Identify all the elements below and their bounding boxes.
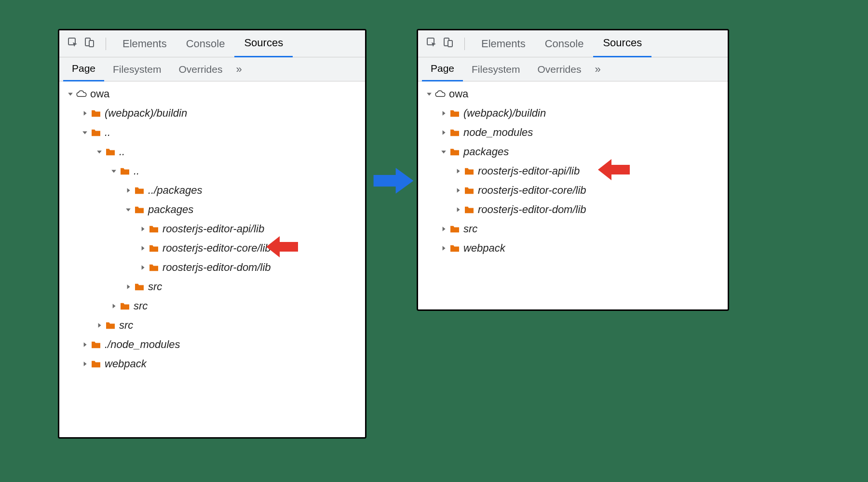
tab-elements[interactable]: Elements [472,30,535,57]
toggle-device-toolbar-icon[interactable] [442,37,454,51]
subtab-overrides[interactable]: Overrides [529,57,590,81]
tree-label: roosterjs-editor-dom/lib [163,262,271,273]
tab-console[interactable]: Console [176,30,235,57]
tree-item-webpack[interactable]: webpack [61,354,365,374]
tab-sources[interactable]: Sources [234,30,293,57]
disclosure-right-icon[interactable] [125,283,132,290]
tree-item-webpack[interactable]: webpack [420,239,728,258]
tree-item-src-l3[interactable]: src [61,296,365,316]
folder-icon [449,146,461,158]
tree-label: roosterjs-editor-dom/lib [478,204,586,215]
disclosure-right-icon[interactable] [440,129,447,136]
disclosure-down-icon[interactable] [96,148,103,155]
subtab-filesystem[interactable]: Filesystem [104,57,170,81]
tree-item-packages[interactable]: packages [61,200,365,219]
tree-label: roosterjs-editor-core/lib [163,243,271,254]
tree-item-rooster-dom[interactable]: roosterjs-editor-dom/lib [61,258,365,277]
tree-item-node-modules[interactable]: node_modules [420,123,728,142]
tab-console[interactable]: Console [535,30,594,57]
disclosure-right-icon[interactable] [81,361,88,367]
subtab-more[interactable]: » [590,63,605,76]
tree-item-webpack-buildin[interactable]: (webpack)/buildin [61,104,365,123]
tree-label: ./node_modules [105,339,180,350]
subtab-label: Page [431,63,454,74]
folder-icon [90,127,102,138]
tab-sources[interactable]: Sources [593,30,651,57]
tree-item-src-l4[interactable]: src [61,277,365,296]
toggle-device-toolbar-icon[interactable] [83,37,95,51]
disclosure-right-icon[interactable] [440,226,447,232]
disclosure-down-icon[interactable] [125,206,132,213]
subtab-page[interactable]: Page [63,57,104,81]
disclosure-right-icon[interactable] [455,206,461,213]
tree-item-src[interactable]: src [420,219,728,239]
tree-item-dotdot-packages[interactable]: ../packages [61,181,365,200]
subtab-filesystem[interactable]: Filesystem [463,57,529,81]
folder-icon [119,165,131,177]
tree-item-dotdot-3[interactable]: .. [61,161,365,181]
disclosure-right-icon[interactable] [455,168,461,174]
disclosure-right-icon[interactable] [96,322,103,329]
tree-item-rooster-dom[interactable]: roosterjs-editor-dom/lib [420,200,728,219]
subtab-label: Filesystem [472,64,520,75]
tree-item-rooster-api[interactable]: roosterjs-editor-api/lib [420,161,728,181]
disclosure-right-icon[interactable] [139,226,146,232]
folder-icon [449,223,461,235]
inspect-element-icon[interactable] [426,37,437,51]
folder-icon [148,223,160,235]
folder-icon [148,242,160,254]
disclosure-right-icon[interactable] [81,110,88,117]
disclosure-down-icon[interactable] [81,129,88,136]
disclosure-right-icon[interactable] [139,264,146,271]
tree-label: node_modules [463,127,533,138]
tree-item-webpack-buildin[interactable]: (webpack)/buildin [420,104,728,123]
folder-icon [148,262,160,273]
disclosure-right-icon[interactable] [440,245,447,252]
toolbar-separator [106,38,106,50]
tree-label: webpack [463,243,505,254]
tree-root[interactable]: owa [420,84,728,104]
disclosure-right-icon[interactable] [139,245,146,252]
tab-label: Elements [122,38,167,50]
tree-label: src [463,224,477,234]
disclosure-right-icon[interactable] [81,341,88,348]
folder-icon [449,242,461,254]
tree-label: ../packages [148,185,203,196]
subtab-overrides[interactable]: Overrides [170,57,231,81]
folder-icon [105,320,116,331]
disclosure-down-icon[interactable] [110,168,117,174]
disclosure-down-icon[interactable] [67,91,74,97]
file-tree-before: owa (webpack)/buildin .. .. .. ../packag… [59,81,365,376]
disclosure-right-icon[interactable] [110,303,117,309]
subtab-page[interactable]: Page [422,57,463,81]
tree-label: roosterjs-editor-api/lib [163,224,264,234]
tree-item-src-l2[interactable]: src [61,316,365,335]
devtools-panel-after: Elements Console Sources Page Filesystem… [417,29,729,311]
tree-item-dotdot-1[interactable]: .. [61,123,365,142]
tree-item-node-modules[interactable]: ./node_modules [61,335,365,354]
folder-icon [449,127,461,138]
tree-item-rooster-core[interactable]: roosterjs-editor-core/lib [420,181,728,200]
disclosure-right-icon[interactable] [455,187,461,194]
disclosure-right-icon[interactable] [125,187,132,194]
folder-icon [105,146,116,158]
tree-root[interactable]: owa [61,84,365,104]
tree-item-rooster-core[interactable]: roosterjs-editor-core/lib [61,239,365,258]
disclosure-right-icon[interactable] [440,110,447,117]
tab-elements[interactable]: Elements [113,30,176,57]
subtab-more[interactable]: » [231,63,246,76]
disclosure-down-icon[interactable] [440,148,447,155]
folder-icon [449,107,461,119]
disclosure-down-icon[interactable] [426,91,433,97]
folder-icon [119,300,131,312]
tree-item-rooster-api[interactable]: roosterjs-editor-api/lib [61,219,365,239]
tree-item-dotdot-2[interactable]: .. [61,142,365,161]
tree-label: roosterjs-editor-core/lib [478,185,586,196]
tree-label: .. [134,166,139,176]
tree-item-packages[interactable]: packages [420,142,728,161]
inspect-element-icon[interactable] [67,37,79,51]
folder-icon [463,204,475,215]
devtools-panel-before: Elements Console Sources Page Filesystem… [58,29,366,439]
tab-label: Sources [244,37,283,49]
folder-icon [90,358,102,370]
